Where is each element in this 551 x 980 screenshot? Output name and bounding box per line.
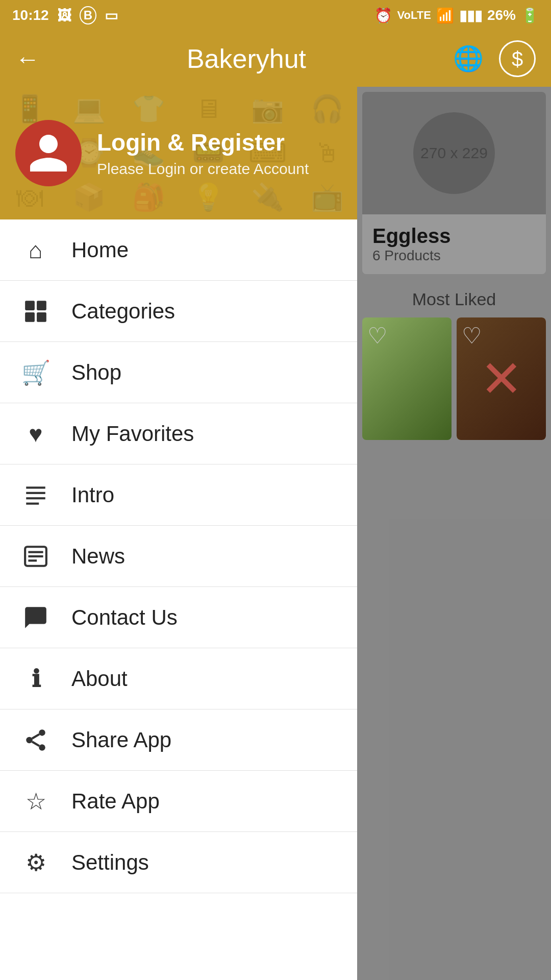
svg-rect-1 <box>37 301 46 310</box>
most-liked-section: Most Liked ♡ ✕ ♡ <box>357 279 551 450</box>
category-product-count: 6 Products <box>372 248 536 264</box>
sidebar-label-about: About <box>71 667 128 691</box>
sidebar-item-intro[interactable]: Intro <box>0 464 357 526</box>
svg-rect-5 <box>26 492 45 494</box>
contact-icon <box>20 605 51 630</box>
login-title: Login & Register <box>97 129 309 156</box>
category-card[interactable]: 270 x 229 Eggless 6 Products <box>362 92 546 274</box>
category-name: Eggless <box>372 225 536 248</box>
most-liked-grid: ♡ ✕ ♡ <box>362 317 546 440</box>
sidebar-label-my-favorites: My Favorites <box>71 422 194 446</box>
category-image-placeholder: 270 x 229 <box>413 112 495 194</box>
drawer-header-text[interactable]: Login & Register Please Login or create … <box>97 129 309 178</box>
alarm-icon: ⏰ <box>374 7 392 24</box>
intro-icon <box>20 482 51 508</box>
battery-icon: 🔋 <box>521 7 539 24</box>
main-container: 📱💻👕🖥📷🎧 🎮⌚👟📟⌨🖱 🍽📦🎒💡🔌📺 Login & Register Pl… <box>0 87 551 980</box>
svg-rect-11 <box>28 559 37 561</box>
product-card-1[interactable]: ♡ <box>362 317 452 440</box>
news-icon <box>20 544 51 569</box>
photo-icon: 🖼 <box>57 7 71 24</box>
sidebar-label-home: Home <box>71 238 129 262</box>
sidebar-label-rate-app: Rate App <box>71 789 160 814</box>
most-liked-title: Most Liked <box>362 289 546 309</box>
content-area: 270 x 229 Eggless 6 Products Most Liked … <box>357 87 551 980</box>
login-subtitle: Please Login or create Account <box>97 160 309 178</box>
share-icon <box>20 727 51 753</box>
signal-icon: ▮▮▮ <box>459 7 482 24</box>
status-bar-right: ⏰ VoLTE 📶 ▮▮▮ 26% 🔋 <box>374 7 539 24</box>
image-dimensions: 270 x 229 <box>420 144 488 162</box>
battery-percent: 26% <box>487 7 516 23</box>
sidebar-label-categories: Categories <box>71 299 175 324</box>
app-bar: ← Bakeryhut 🌐 $ <box>0 31 551 87</box>
svg-point-12 <box>39 729 45 736</box>
about-icon: ℹ <box>20 665 51 693</box>
settings-icon: ⚙ <box>20 849 51 876</box>
svg-rect-10 <box>28 555 43 557</box>
svg-rect-0 <box>25 301 35 310</box>
shop-icon: 🛒 <box>20 359 51 386</box>
svg-rect-3 <box>37 312 46 322</box>
sidebar-item-settings[interactable]: ⚙ Settings <box>0 832 357 893</box>
sidebar-item-news[interactable]: News <box>0 526 357 587</box>
sidebar-item-categories[interactable]: Categories <box>0 281 357 342</box>
sidebar-label-contact-us: Contact Us <box>71 605 178 630</box>
drawer-header[interactable]: 📱💻👕🖥📷🎧 🎮⌚👟📟⌨🖱 🍽📦🎒💡🔌📺 Login & Register Pl… <box>0 87 357 219</box>
favorites-icon: ♥ <box>20 420 51 448</box>
sidebar-label-settings: Settings <box>71 850 149 875</box>
sidebar-item-contact-us[interactable]: Contact Us <box>0 587 357 648</box>
screen-icon: ▭ <box>105 7 118 24</box>
svg-rect-4 <box>26 486 45 488</box>
favorite-icon-2[interactable]: ♡ <box>462 323 487 348</box>
svg-rect-2 <box>25 312 35 322</box>
svg-rect-7 <box>26 502 39 504</box>
drawer-menu: ⌂ Home Categories 🛒 Shop <box>0 219 357 980</box>
globe-icon[interactable]: 🌐 <box>453 44 484 73</box>
sidebar-item-share-app[interactable]: Share App <box>0 709 357 771</box>
lte-icon: VoLTE <box>397 9 431 22</box>
sidebar-label-news: News <box>71 544 125 569</box>
sidebar-item-my-favorites[interactable]: ♥ My Favorites <box>0 403 357 464</box>
sidebar-item-about[interactable]: ℹ About <box>0 648 357 709</box>
product-card-2[interactable]: ✕ ♡ <box>457 317 546 440</box>
svg-rect-6 <box>26 497 45 499</box>
favorite-icon-1[interactable]: ♡ <box>367 323 393 348</box>
svg-rect-9 <box>28 551 43 553</box>
svg-line-15 <box>32 742 39 746</box>
svg-line-16 <box>32 734 39 738</box>
sidebar-label-share-app: Share App <box>71 728 171 752</box>
wifi-icon: 📶 <box>436 7 454 24</box>
categories-icon <box>20 299 51 324</box>
sidebar-label-shop: Shop <box>71 360 121 385</box>
rate-icon: ☆ <box>20 788 51 815</box>
home-icon: ⌂ <box>20 236 51 264</box>
svg-point-14 <box>39 744 45 751</box>
category-info: Eggless 6 Products <box>362 214 546 274</box>
time: 10:12 <box>12 7 49 23</box>
status-bar-left: 10:12 🖼 B ▭ <box>12 6 118 24</box>
avatar[interactable] <box>15 120 82 186</box>
b-icon: B <box>80 6 96 24</box>
status-bar: 10:12 🖼 B ▭ ⏰ VoLTE 📶 ▮▮▮ 26% 🔋 <box>0 0 551 31</box>
user-icon <box>26 130 71 176</box>
sidebar-label-intro: Intro <box>71 483 114 507</box>
svg-point-13 <box>26 737 33 743</box>
app-title: Bakeryhut <box>55 43 438 74</box>
navigation-drawer: 📱💻👕🖥📷🎧 🎮⌚👟📟⌨🖱 🍽📦🎒💡🔌📺 Login & Register Pl… <box>0 87 357 980</box>
dollar-icon[interactable]: $ <box>499 40 536 77</box>
sidebar-item-rate-app[interactable]: ☆ Rate App <box>0 771 357 832</box>
back-button[interactable]: ← <box>15 45 40 73</box>
sidebar-item-shop[interactable]: 🛒 Shop <box>0 342 357 403</box>
sidebar-item-home[interactable]: ⌂ Home <box>0 219 357 281</box>
